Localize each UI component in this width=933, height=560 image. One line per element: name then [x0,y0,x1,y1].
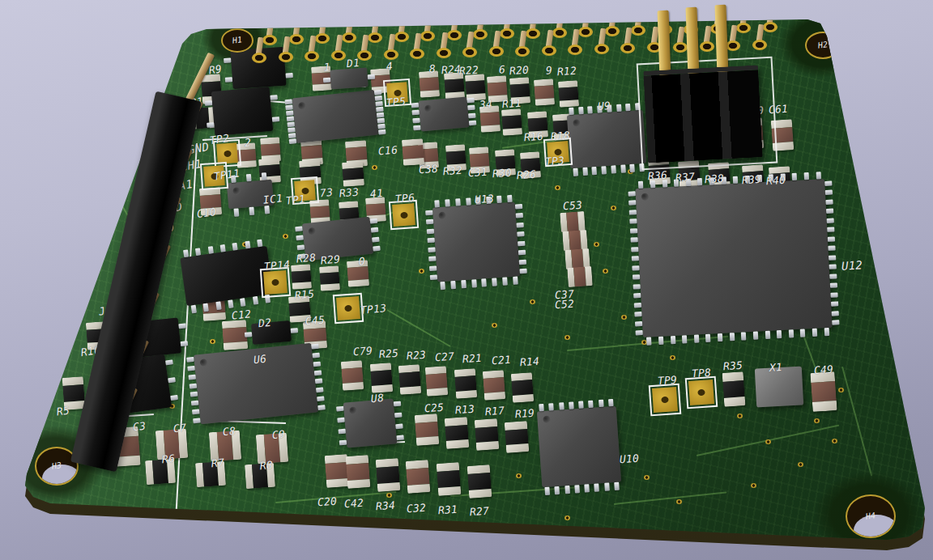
chip-pin [245,241,250,249]
chip-pin [428,257,436,262]
chip-pin [635,321,642,326]
chip-pin [370,218,378,224]
via-pad [419,269,424,274]
chip-pin [569,108,574,115]
silkscreen-label: R37 [675,171,695,185]
chip-pin [412,117,420,123]
terminal-cap [724,397,746,407]
via-pad [670,355,675,360]
component-body [325,462,348,479]
silkscreen-label: U12 [841,258,863,272]
chip-pin [827,218,834,223]
pcb-3d-viewport[interactable]: H1H2H3H4R9R11D14TP58R24R226R209R1234R11R… [0,0,933,560]
silkscreen-label: C7 [173,422,187,435]
chip-pin [578,401,584,408]
silkscreen-label: IC1 [262,192,283,206]
chip-pin [372,236,380,242]
chip-pin [220,244,226,252]
plated-hole-ring [631,25,645,36]
plated-hole-ring [542,45,556,56]
chip-pin [368,74,375,80]
chip-pin [336,406,343,412]
chip-pin [286,73,293,78]
chip-pin [435,200,441,207]
chip-pin [516,223,523,228]
chip-pin [377,117,386,123]
silkscreen-label: R16 [523,130,543,144]
chip-pin [496,196,502,203]
chip-pin [753,332,759,340]
terminal-cap [446,439,470,449]
via-pad [372,165,377,170]
silkscreen-label: R23 [406,349,426,363]
chip-pin [375,95,383,100]
chip-pin [296,235,304,241]
chip-pin [620,164,626,172]
chip-pin [193,418,201,423]
silkscreen-label: C61 [768,103,788,117]
chip-pin [313,361,322,367]
chip-pin [471,279,477,287]
chip-U10 [537,406,621,488]
chip-pin [288,127,296,133]
plated-hole-ring [437,48,451,58]
terminal-cap [326,478,350,488]
via-pad [644,475,650,480]
chip-pin [513,277,518,285]
chip-pin [377,112,385,117]
via-pad [594,242,599,247]
chip-pin [658,337,664,345]
chip-pin [374,89,382,95]
chip-pin [549,403,555,410]
chip-pin [187,366,195,371]
silkscreen-label: 4 [386,60,393,73]
silkscreen-label: R17 [484,405,505,418]
capacitor [562,230,588,251]
chip-pin [502,277,508,285]
chip-pin [427,228,434,234]
chip-pin [466,197,471,205]
terminal-cap [481,125,501,133]
chip-pin [832,311,839,316]
component-body [437,470,460,487]
silkscreen-label: R19 [514,407,535,421]
chip-pin [316,387,324,392]
component-body [566,212,579,232]
silkscreen-label: U13 [474,193,494,206]
pin1-dimple [573,119,581,127]
silkscreen-label: C12 [231,308,252,321]
plated-hole-ring [447,30,462,40]
plated-hole-ring [736,23,751,33]
via-pad [621,315,627,320]
chip-pin [634,312,641,316]
resistor [558,80,579,108]
capacitor [347,260,369,287]
silkscreen-label: R7 [211,456,225,469]
plated-hole-ring [394,32,409,42]
via-pad [603,269,608,274]
silkscreen-label: R33 [339,185,360,199]
chip-pin [636,330,643,335]
resistor [454,368,477,399]
chip-pin [289,138,297,144]
chip-pin [285,104,293,110]
chip-pin [594,483,600,491]
chip-pin [396,435,403,440]
chip-pin [205,100,212,106]
chip-pin [516,213,523,218]
chip-pin [792,173,797,180]
chip-pin [545,487,551,495]
terminal-cap [484,392,506,401]
component-body [483,377,505,392]
chip-pin [286,110,294,116]
chip-pin [829,255,836,260]
chip-pin [633,274,640,279]
chip-pin [564,486,570,494]
plated-hole-ring [368,32,382,43]
via-pad [516,473,522,478]
chip-U12 [635,179,832,337]
silkscreen-label: R38 [704,172,724,186]
pin1-dimple [543,415,551,423]
silkscreen-label: R9 [208,62,223,76]
copper-trace [841,367,872,477]
